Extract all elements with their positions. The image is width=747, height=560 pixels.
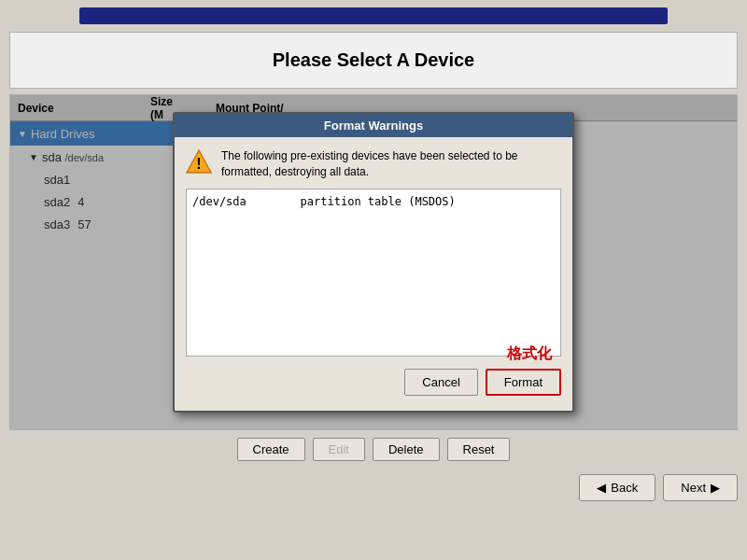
main-content-area: Device Size(M Mount Point/ ▼ Hard Drives… — [9, 94, 738, 430]
back-arrow-icon: ◀ — [597, 481, 606, 495]
format-button[interactable]: Format — [486, 369, 561, 396]
back-button[interactable]: ◀ Back — [579, 474, 655, 501]
edit-button[interactable]: Edit — [313, 438, 365, 461]
bottom-toolbar: Create Edit Delete Reset — [0, 430, 747, 469]
modal-body: ! The following pre-existing devices hav… — [175, 137, 572, 412]
warning-icon: ! — [186, 148, 212, 175]
format-warnings-dialog: Format Warnings ! The following pre-exis… — [173, 112, 574, 413]
next-arrow-icon: ▶ — [711, 481, 720, 495]
top-bar — [79, 7, 668, 24]
modal-buttons: 格式化 Cancel Format — [186, 359, 561, 399]
back-label: Back — [611, 481, 638, 495]
cancel-button[interactable]: Cancel — [404, 369, 477, 396]
delete-button[interactable]: Delete — [373, 438, 440, 461]
nav-buttons: ◀ Back Next ▶ — [0, 469, 747, 509]
next-button[interactable]: Next ▶ — [663, 474, 738, 501]
svg-text:!: ! — [196, 156, 201, 172]
modal-titlebar: Format Warnings — [175, 114, 572, 137]
modal-title: Format Warnings — [324, 119, 423, 133]
modal-warning-row: ! The following pre-existing devices hav… — [186, 148, 561, 180]
modal-warning-text: The following pre-existing devices have … — [221, 148, 561, 180]
next-label: Next — [681, 481, 706, 495]
format-chinese-label: 格式化 — [507, 344, 552, 364]
create-button[interactable]: Create — [237, 438, 305, 461]
format-devices-list — [186, 189, 561, 357]
page-title-area: Please Select A Device — [9, 32, 738, 89]
reset-button[interactable]: Reset — [447, 438, 511, 461]
page-title: Please Select A Device — [273, 49, 474, 70]
modal-overlay: Format Warnings ! The following pre-exis… — [10, 95, 737, 429]
